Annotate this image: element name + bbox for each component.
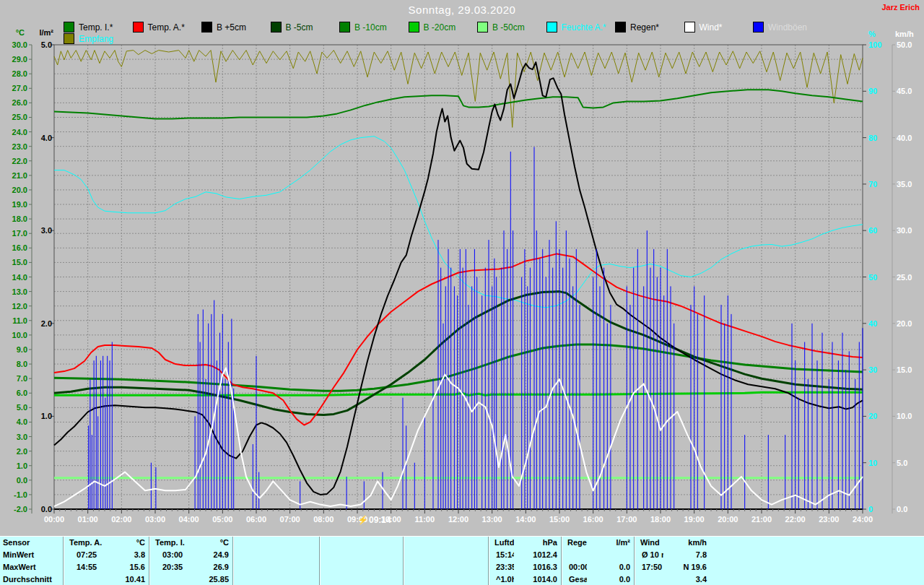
table-row-label: MinWert: [0, 549, 63, 561]
x-axis-hour-label: 16:00: [578, 515, 609, 524]
humidity-tick-label: 30: [868, 365, 877, 374]
table-row: [233, 549, 320, 561]
table-cell-value: 25.85: [186, 573, 233, 585]
table-cell-time: [404, 573, 441, 585]
table-cell-time: [404, 561, 441, 573]
table-row: 10.41: [64, 573, 149, 585]
table-row: [233, 561, 320, 573]
table-row-label: MaxWert: [0, 561, 63, 573]
table-cell-time: [562, 549, 587, 561]
table-row: [320, 573, 404, 585]
x-axis-hour-label: 01:00: [72, 515, 104, 524]
kmh-tick-label: 45.0: [897, 87, 912, 95]
celsius-tick-label: 16.0: [3, 243, 27, 252]
x-axis-hour-label: 18:00: [645, 515, 676, 524]
cursor-time-label: 09:14: [369, 515, 391, 525]
celsius-tick-label: 18.0: [3, 214, 27, 223]
table-cell-value: 3.4: [663, 573, 711, 585]
x-axis-hour-label: 20:00: [712, 515, 744, 524]
celsius-tick-label: 26.0: [3, 98, 27, 107]
table-cell-value: 24.9: [186, 549, 233, 561]
table-row: 07:253.8: [64, 549, 149, 561]
table-section-empty-2: [319, 537, 404, 585]
table-row: [404, 549, 489, 561]
celsius-tick-label: 10.0: [3, 331, 27, 339]
table-cell-time: [320, 573, 356, 585]
table-cell-value: 1014.0: [514, 573, 562, 585]
table-row: [320, 549, 404, 561]
cursor-time-marker: ⚡09:14: [357, 515, 391, 525]
table-section-luftdruck: LuftdruckhPa15:141012.423:351016.3^1.0hP…: [488, 537, 562, 585]
weather-day-graph-window: Sonntag, 29.03.2020 Jarz Erich °C l/m² %…: [0, 0, 924, 585]
table-cell-value: [356, 561, 404, 573]
lightning-cursor-icon: ⚡: [357, 515, 368, 525]
kmh-tick-label: 30.0: [897, 226, 912, 235]
kmh-tick-label: 40.0: [897, 134, 912, 142]
x-axis-hour-label: 02:00: [105, 515, 137, 524]
table-row: 3.4: [635, 573, 711, 585]
x-axis-hour-label: 04:00: [173, 515, 205, 524]
table-section-name: Regen: [562, 537, 587, 549]
celsius-tick-label: 2.0: [3, 447, 27, 456]
humidity-tick-label: 10: [868, 459, 877, 467]
table-cell-value: [356, 573, 404, 585]
table-section-unit: [272, 537, 320, 549]
celsius-tick-label: 20.0: [3, 186, 27, 194]
table-row: [233, 573, 320, 585]
table-cell-time: 20:35: [149, 561, 186, 573]
rain-scale-tick-label: 0.0: [29, 505, 52, 514]
table-section-temp-a: Temp. A.°C07:253.814:5515.610.41: [63, 537, 149, 585]
table-cell-time: [233, 549, 272, 561]
humidity-tick-label: 50: [868, 273, 877, 282]
x-axis-hour-label: 21:00: [746, 515, 777, 524]
table-cell-time: [149, 573, 186, 585]
table-cell-value: 7.8: [663, 549, 711, 561]
celsius-tick-label: 13.0: [3, 287, 27, 296]
table-section-unit: [356, 537, 404, 549]
x-axis-hour-label: 12:00: [443, 515, 474, 524]
table-cell-value: 0.0: [587, 561, 635, 573]
kmh-tick-label: 0.0: [897, 505, 907, 514]
x-axis-hour-label: 15:00: [544, 515, 575, 524]
table-cell-value: [441, 549, 489, 561]
celsius-tick-label: 3.0: [3, 433, 27, 441]
table-cell-value: [441, 573, 489, 585]
x-axis-hour-label: 03:00: [139, 515, 171, 524]
celsius-tick-label: 22.0: [3, 157, 27, 165]
table-row: 00:000.0: [562, 561, 635, 573]
table-section-name: Wind: [635, 537, 663, 549]
table-section-name: [404, 537, 441, 549]
table-section-regen: Regenl/m²00:000.0Gesamt:0.0: [561, 537, 635, 585]
x-axis-hour-label: 23:00: [813, 515, 845, 524]
table-section-unit: [441, 537, 489, 549]
x-axis-hour-label: 07:00: [274, 515, 306, 524]
celsius-tick-label: 0.0: [3, 476, 27, 485]
table-cell-value: 15.6: [102, 561, 149, 573]
table-cell-value: [356, 549, 404, 561]
table-cell-value: [272, 549, 320, 561]
table-row: 17:50N 19.6: [635, 561, 711, 573]
x-axis-hour-label: 22:00: [780, 515, 811, 524]
table-row-label: Durchschnitt: [0, 573, 63, 585]
chart-plot-area[interactable]: [0, 0, 924, 585]
celsius-tick-label: 6.0: [3, 389, 27, 397]
kmh-tick-label: 20.0: [897, 319, 912, 328]
table-section-unit: °C: [186, 537, 233, 549]
celsius-tick-label: 8.0: [3, 360, 27, 368]
table-row-label: Sensor: [0, 537, 63, 549]
kmh-tick-label: 5.0: [897, 459, 907, 467]
table-cell-value: [272, 561, 320, 573]
celsius-tick-label: 23.0: [3, 142, 27, 151]
table-cell-time: Gesamt:: [562, 573, 587, 585]
table-row: 14:5515.6: [64, 561, 149, 573]
x-axis-hour-label: 06:00: [240, 515, 272, 524]
table-section-unit: °C: [102, 537, 149, 549]
rain-scale-tick-label: 1.0: [29, 412, 52, 420]
table-section-name: [320, 537, 356, 549]
celsius-tick-label: 17.0: [3, 229, 27, 238]
celsius-tick-label: 11.0: [3, 316, 27, 325]
table-row: Gesamt:0.0: [562, 573, 635, 585]
celsius-tick-label: 21.0: [3, 171, 27, 180]
x-axis-hour-label: 17:00: [611, 515, 642, 524]
table-cell-value: N 19.6: [663, 561, 711, 573]
